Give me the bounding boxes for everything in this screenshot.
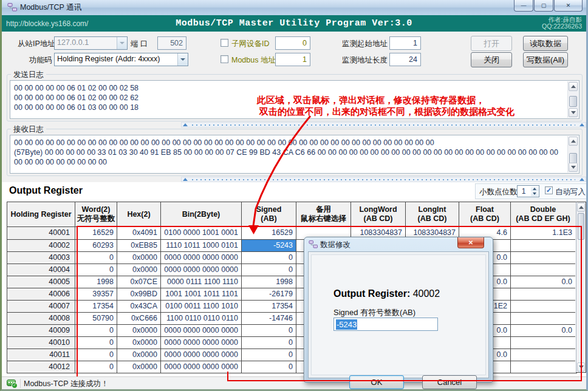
receive-log-scrollbar[interactable] [567, 136, 578, 172]
cell-40002-double[interactable] [511, 239, 575, 251]
cell-40005-double[interactable]: 0.0 [511, 276, 575, 288]
cell-40007-double[interactable] [511, 300, 575, 312]
cell-40003-signed[interactable]: 0 [242, 251, 296, 264]
cell-40001-signed[interactable]: 16529 [242, 227, 296, 239]
log-splitter-top[interactable] [181, 122, 586, 127]
cell-40006-double[interactable] [511, 288, 575, 300]
cell-40008-bin[interactable]: 1100 0110 0110 0110 [161, 312, 242, 324]
cell-40009-bin[interactable]: 0000 0000 0000 0000 [161, 324, 242, 336]
cell-40001-bin[interactable]: 0100 0000 1001 0001 [161, 227, 242, 239]
cell-40009-word[interactable]: 0 [75, 324, 117, 336]
modbus-address-checkbox[interactable] [220, 55, 228, 63]
cell-40007-word[interactable]: 17354 [75, 300, 117, 312]
spinner-down-icon[interactable] [531, 191, 538, 196]
auto-write-checkbox[interactable]: ✓ [545, 186, 553, 194]
cell-40010-signed[interactable]: 0 [242, 336, 296, 348]
send-log-scrollbar[interactable] [567, 81, 578, 118]
receive-log-textarea[interactable]: 00 00 00 00 00 00 00 00 00 00 00 00 00 0… [10, 135, 579, 174]
cell-40006-hex[interactable]: 0x99BD [117, 288, 161, 300]
cell-40003-bin[interactable]: 0000 0000 0000 0000 [161, 251, 242, 264]
cell-40012-signed[interactable]: 0 [242, 361, 296, 373]
log-splitter-bottom[interactable] [181, 177, 586, 182]
close-button[interactable]: ✕ [554, 0, 583, 12]
cell-40009-signed[interactable]: 0 [242, 324, 296, 336]
cell-40004-bin[interactable]: 0000 0000 0000 0000 [161, 264, 242, 276]
scroll-up-icon[interactable] [569, 137, 578, 146]
cell-40005-hex[interactable]: 0x07CE [117, 276, 161, 288]
cell-40011-reg: 40011 [7, 348, 75, 361]
function-dropdown-button[interactable] [177, 53, 188, 66]
decimal-places-spinner[interactable]: 1 [517, 185, 539, 197]
dialog-value-input[interactable]: -5243 [333, 318, 438, 331]
cell-40001-word[interactable]: 16529 [75, 227, 117, 239]
ip-combobox[interactable]: 127.0.0.1 [54, 36, 128, 50]
cell-40010-hex[interactable]: 0x0000 [117, 336, 161, 348]
cell-40007-bin[interactable]: 0100 0011 1100 1010 [161, 300, 242, 312]
cell-40008-word[interactable]: 50790 [75, 312, 117, 324]
title-bar[interactable]: Modbus/TCP 通讯 — ▢ ✕ [2, 0, 586, 16]
cell-40004-hex[interactable]: 0x0000 [117, 264, 161, 276]
cell-40006-signed[interactable]: -26179 [242, 288, 296, 300]
minimize-button[interactable]: — [514, 0, 533, 12]
cell-40009-hex[interactable]: 0x0000 [117, 324, 161, 336]
close-connection-button[interactable]: 关闭 [471, 52, 512, 67]
cell-40006-word[interactable]: 39357 [75, 288, 117, 300]
cell-40005-signed[interactable]: 1998 [242, 276, 296, 288]
cell-40002-bin[interactable]: 1110 1011 1000 0101 [161, 239, 242, 251]
spinner-up-icon[interactable] [531, 186, 538, 191]
cell-40011-hex[interactable]: 0x0000 [117, 348, 161, 361]
read-data-button[interactable]: 读取数据 [523, 36, 568, 51]
cell-40003-hex[interactable]: 0x0000 [117, 251, 161, 264]
scroll-down-icon[interactable] [569, 163, 578, 172]
cell-40011-word[interactable]: 0 [75, 348, 117, 361]
cell-40009-double[interactable]: 0.0 [511, 324, 575, 336]
subnet-id-field[interactable]: 0 [275, 36, 310, 50]
scroll-up-icon[interactable] [577, 203, 585, 212]
cell-40003-double[interactable] [511, 251, 575, 264]
cancel-button[interactable]: Cancel [422, 375, 477, 389]
cell-40012-double[interactable] [511, 361, 575, 373]
maximize-button[interactable]: ▢ [534, 0, 553, 12]
cell-40004-word[interactable]: 0 [75, 264, 117, 276]
cell-40010-bin[interactable]: 0000 0000 0000 0000 [161, 336, 242, 348]
cell-40004-signed[interactable]: 0 [242, 264, 296, 276]
monitor-length-field[interactable]: 24 [389, 53, 421, 66]
scroll-down-icon[interactable] [569, 108, 578, 117]
dialog-close-button[interactable]: ✕ [457, 237, 484, 248]
cell-40004-double[interactable] [511, 264, 575, 276]
monitor-start-field[interactable]: 1 [389, 36, 421, 50]
collapse-icon [183, 178, 188, 181]
cell-40010-double[interactable] [511, 336, 575, 348]
cell-40011-signed[interactable]: 0 [242, 348, 296, 361]
scroll-up-icon[interactable] [569, 82, 578, 91]
cell-40011-bin[interactable]: 0000 0000 0000 0000 [161, 348, 242, 361]
cell-40005-word[interactable]: 1998 [75, 276, 117, 288]
cell-40002-word[interactable]: 60293 [75, 239, 117, 251]
cell-40006-bin[interactable]: 1001 1001 1011 1101 [161, 288, 242, 300]
cell-40008-hex[interactable]: 0xC666 [117, 312, 161, 324]
cell-40007-hex[interactable]: 0x43CA [117, 300, 161, 312]
subnet-id-checkbox[interactable] [220, 39, 228, 47]
cell-40002-hex[interactable]: 0xEB85 [117, 239, 161, 251]
cell-40010-word[interactable]: 0 [75, 336, 117, 348]
open-button[interactable]: 打开 [471, 36, 512, 51]
cell-40012-hex[interactable]: 0x0000 [117, 361, 161, 373]
ok-button[interactable]: OK [349, 375, 404, 389]
cell-40007-signed[interactable]: 17354 [242, 300, 296, 312]
cell-40012-bin[interactable]: 0000 0000 0000 0000 [161, 361, 242, 373]
modbus-address-field[interactable]: 1 [275, 53, 310, 66]
function-code-combobox[interactable]: Holding Register (Addr: 4xxxx) [54, 53, 188, 66]
cell-40001-hex[interactable]: 0x4091 [117, 227, 161, 239]
scrollbar-thumb[interactable] [569, 96, 577, 107]
cell-40008-double[interactable] [511, 312, 575, 324]
cell-40008-signed[interactable]: -14746 [242, 312, 296, 324]
write-data-button[interactable]: 写数据(All) [523, 52, 568, 67]
ip-dropdown-button[interactable] [117, 37, 127, 49]
cell-40002-signed[interactable]: -5243 [242, 239, 296, 251]
port-field[interactable]: 502 [157, 36, 186, 50]
cell-40012-word[interactable]: 0 [75, 361, 117, 373]
cell-40001-double[interactable]: 1.1E3 [511, 227, 575, 239]
cell-40011-double[interactable] [511, 348, 575, 361]
cell-40005-bin[interactable]: 0000 0111 1100 1110 [161, 276, 242, 288]
cell-40003-word[interactable]: 0 [75, 251, 117, 264]
